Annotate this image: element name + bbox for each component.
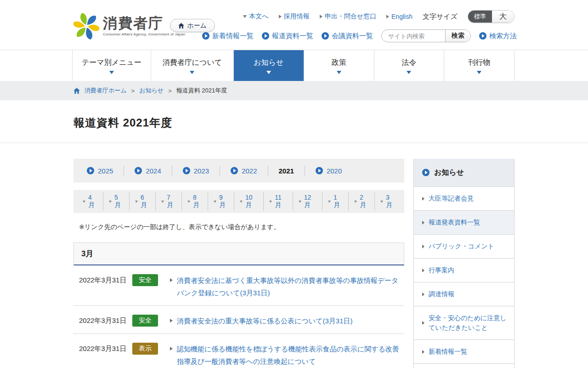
sidebar-item-press-release-list[interactable]: 報道発表資料一覧 (414, 210, 514, 234)
font-size-label: 文字サイズ (423, 12, 458, 21)
sidebar-item-public-comment[interactable]: パブリック・コメント (414, 234, 514, 258)
press-materials-list-link[interactable]: 報道資料一覧 (262, 32, 313, 40)
circle-arrow-icon (262, 32, 269, 40)
month-sep-label: 9月 (219, 194, 228, 209)
arrow-right-icon (279, 15, 282, 18)
breadcrumb-home-link[interactable]: 消費者庁ホーム (85, 86, 127, 95)
recruit-link[interactable]: 採用情報 (279, 12, 310, 21)
month-apr-link[interactable]: 4月 (77, 192, 103, 211)
arrow-right-icon (422, 245, 424, 248)
month-feb-link[interactable]: 2月 (348, 192, 374, 211)
month-jan-link[interactable]: 1月 (322, 192, 348, 211)
english-link[interactable]: English (386, 13, 413, 20)
year-2025-link[interactable]: 2025 (76, 166, 124, 176)
month-dec-label: 12月 (304, 194, 317, 209)
sidebar-item-label: 新着情報一覧 (429, 347, 467, 356)
month-jun-label: 6月 (141, 194, 150, 209)
sidebar-item-safety-caution[interactable]: 安全・安心のために注意していただきたいこと (414, 306, 514, 339)
chevron-down-icon (240, 201, 243, 203)
to-main-content-link[interactable]: 本文へ (243, 12, 268, 21)
main-content: 2025 2024 2023 2022 2021 2020 (74, 159, 404, 368)
home-icon (74, 88, 80, 94)
month-feb-label: 2月 (360, 194, 369, 209)
year-2021-current: 2021 (268, 166, 305, 176)
new-info-list-link[interactable]: 新着情報一覧 (202, 32, 254, 40)
sidebar-item-label: パブリック・コメント (429, 242, 494, 251)
arrow-right-icon (422, 350, 424, 354)
month-mar-link[interactable]: 3月 (374, 192, 401, 211)
year-2022-link[interactable]: 2022 (220, 166, 267, 176)
chevron-down-icon (135, 201, 138, 203)
sidebar-item-recall-info[interactable]: リコール情報 (414, 363, 514, 368)
breadcrumb-news-link[interactable]: お知らせ (139, 86, 164, 95)
category-badge-safety: 安全 (132, 315, 158, 327)
month-aug-link[interactable]: 8月 (181, 192, 208, 211)
month-may-link[interactable]: 5月 (103, 192, 129, 211)
month-dec-link[interactable]: 12月 (293, 192, 322, 211)
search-button[interactable]: 検索 (445, 30, 470, 42)
chevron-down-icon (354, 201, 357, 203)
font-size-standard-button[interactable]: 標準 (468, 11, 492, 23)
month-jun-link[interactable]: 6月 (129, 192, 155, 211)
month-jul-link[interactable]: 7月 (155, 192, 181, 211)
sidebar-item-label: 行事案内 (429, 265, 454, 275)
circle-arrow-icon (231, 167, 238, 174)
nav-publications-label: 刊行物 (468, 58, 490, 68)
year-2020-link[interactable]: 2020 (305, 166, 352, 176)
page: 消費者庁 Consumer Affairs Agency, Government… (0, 0, 588, 368)
inquiry-label: 申出・問合せ窓口 (325, 12, 376, 21)
inquiry-link[interactable]: 申出・問合せ窓口 (320, 12, 376, 21)
agency-subtitle: Consumer Affairs Agency, Government of J… (103, 32, 185, 36)
search-help-link[interactable]: 検索方法 (479, 32, 517, 40)
search-input[interactable] (382, 30, 445, 42)
font-size-large-button[interactable]: 大 (492, 11, 514, 23)
chevron-down-icon (243, 15, 247, 18)
month-jan-label: 1月 (334, 194, 343, 209)
nav-publications[interactable]: 刊行物 (444, 50, 514, 81)
month-oct-link[interactable]: 10月 (234, 192, 263, 211)
nav-theme-menu[interactable]: テーマ別メニュー (72, 50, 151, 81)
nav-about-agency-label: 消費者庁について (163, 58, 222, 68)
month-sep-link[interactable]: 9月 (208, 192, 234, 211)
month-may-label: 5月 (114, 194, 124, 209)
sidebar-item-events[interactable]: 行事案内 (414, 258, 514, 282)
arrow-right-icon (170, 347, 173, 351)
sidebar-item-procurement[interactable]: 調達情報 (414, 282, 514, 306)
nav-news-active[interactable]: お知らせ (234, 50, 304, 81)
news-link[interactable]: 認知機能に係る機能性を標ぼうする機能性表示食品の表示に関する改善指導及び一般消費… (177, 343, 404, 368)
sidebar-item-label: 大臣等記者会見 (429, 194, 474, 203)
agency-logo[interactable]: 消費者庁 Consumer Affairs Agency, Government… (74, 13, 185, 40)
breadcrumb-separator: > (168, 87, 172, 94)
search-help-label: 検索方法 (489, 32, 517, 40)
arrow-right-icon (422, 321, 424, 325)
sidebar-item-new-info-list[interactable]: 新着情報一覧 (414, 339, 514, 363)
month-mar-label: 3月 (386, 194, 395, 209)
nav-laws[interactable]: 法令 (374, 50, 445, 81)
news-link[interactable]: 消費者安全法に基づく重大事故等以外の消費者事故等の事故情報データバンク登録につい… (177, 274, 404, 299)
nav-policy[interactable]: 政策 (304, 50, 374, 81)
month-links: 4月 5月 6月 7月 8月 9月 10月 11月 12月 1月 2月 3月 (74, 190, 404, 213)
meeting-materials-list-link[interactable]: 会議資料一覧 (322, 32, 373, 40)
breadcrumb-separator: > (131, 87, 135, 94)
chevron-down-icon (187, 201, 190, 203)
year-2023-link[interactable]: 2023 (172, 166, 220, 176)
sidebar-item-press-conference[interactable]: 大臣等記者会見 (414, 186, 514, 210)
year-2020-label: 2020 (327, 167, 342, 175)
new-info-list-label: 新着情報一覧 (212, 32, 254, 40)
sidebar-item-label: 報道発表資料一覧 (429, 218, 480, 227)
category-badge-display: 表示 (132, 343, 158, 355)
breadcrumb-bar: 消費者庁ホーム > お知らせ > 報道資料 2021年度 (0, 81, 588, 100)
chevron-down-icon (407, 71, 411, 74)
pinwheel-logo-icon (74, 13, 99, 40)
news-link[interactable]: 消費者安全法の重大事故等に係る公表について(3月31日) (177, 315, 352, 327)
month-nov-link[interactable]: 11月 (263, 192, 292, 211)
year-2024-link[interactable]: 2024 (124, 166, 171, 176)
news-date: 2022年3月31日 (79, 274, 132, 286)
circle-arrow-icon (316, 167, 323, 174)
arrow-right-icon (386, 15, 389, 18)
year-2021-label: 2021 (279, 167, 294, 175)
nav-about-agency[interactable]: 消費者庁について (151, 50, 234, 81)
breadcrumb-current: 報道資料 2021年度 (176, 86, 227, 95)
circle-arrow-icon (422, 169, 430, 176)
year-2022-label: 2022 (242, 167, 257, 175)
